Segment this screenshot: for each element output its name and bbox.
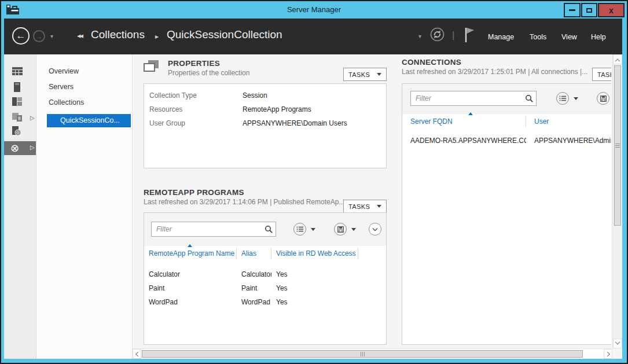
close-button[interactable]: x	[598, 3, 625, 17]
remoteapp-toolbar	[144, 213, 386, 246]
column-header-visible-rdweb[interactable]: Visible in RD Web Access	[271, 248, 358, 259]
dashboard-icon[interactable]	[12, 67, 23, 78]
back-button[interactable]: ←	[12, 27, 30, 45]
remoteapp-tasks-button[interactable]: TASKS	[343, 200, 387, 213]
refresh-button[interactable]	[430, 27, 445, 44]
table-row[interactable]: WordPad WordPad Yes	[144, 295, 386, 309]
connections-panel: CONNECTIONS Last refreshed on 3/29/2017 …	[402, 54, 611, 359]
tasks-caret-icon	[377, 205, 381, 208]
toolbar-separator: |	[452, 30, 454, 41]
history-chevrons-icon[interactable]: ◂◂	[77, 31, 82, 40]
property-row: User Group APPSANYWHERE\Domain Users	[149, 116, 386, 130]
sort-ascending-icon	[468, 112, 473, 115]
remoteapp-filter	[151, 222, 276, 237]
toolbar-dropdown-icon[interactable]: ▾	[418, 33, 421, 39]
local-server-icon[interactable]	[14, 82, 20, 94]
connections-filter	[410, 91, 537, 106]
search-icon	[525, 94, 534, 105]
scroll-left-button[interactable]	[133, 349, 141, 359]
scroll-down-button[interactable]	[613, 339, 622, 348]
filter-options-button[interactable]	[293, 223, 306, 236]
horizontal-scrollbar-thumb[interactable]	[142, 350, 583, 358]
maximize-button[interactable]	[581, 3, 597, 17]
titlebar: Server Manager x	[1, 1, 627, 19]
properties-tasks-button[interactable]: TASKS	[343, 68, 387, 81]
remoteapp-table-header: RemoteApp Program Name Alias Visible in …	[144, 246, 386, 261]
collection-detail-content: PROPERTIES Properties of the collection …	[133, 54, 622, 359]
property-value: APPSANYWHERE\Domain Users	[243, 119, 347, 127]
menu-view[interactable]: View	[561, 33, 577, 41]
back-arrow-icon: ←	[16, 30, 26, 42]
rds-sub-navigation: Overview Servers Collections QuickSessio…	[36, 54, 133, 359]
subnav-servers[interactable]: Servers	[49, 83, 74, 91]
table-row[interactable]: Paint Paint Yes	[144, 281, 386, 295]
menu-help[interactable]: Help	[591, 33, 606, 41]
remoteapp-table-rows: Calculator Calculator Yes Paint Paint Ye…	[144, 267, 386, 309]
property-label: Collection Type	[149, 91, 243, 100]
connections-box: Server FQDN User AADEMO-RA5.APPSANYWHERE…	[402, 83, 611, 345]
chevron-down-icon	[615, 339, 620, 344]
save-query-button[interactable]	[597, 92, 609, 105]
chevron-up-icon	[615, 58, 620, 63]
minimize-button[interactable]	[564, 3, 581, 17]
column-header-alias[interactable]: Alias	[237, 248, 271, 259]
remoteapp-filter-input[interactable]	[155, 223, 262, 236]
breadcrumb-current: QuickSessionCollection	[167, 28, 282, 41]
navigation-bar: ← → ▾ ◂◂ Collections ▸ QuickSessionColle…	[4, 19, 622, 54]
property-value: RemoteApp Programs	[243, 105, 311, 113]
property-row: Resources RemoteApp Programs	[149, 102, 386, 116]
menu-manage[interactable]: Manage	[488, 33, 514, 41]
breadcrumb-separator-icon: ▸	[155, 32, 159, 41]
connections-table-rows: AADEMO-RA5.APPSANYWHERE.COM APPSANYWHERE…	[402, 134, 611, 148]
server-services-icon[interactable]	[12, 126, 21, 138]
subnav-selected-label: QuickSessionCo...	[47, 114, 131, 127]
forward-arrow-icon: →	[36, 32, 43, 41]
close-icon: x	[609, 6, 614, 14]
properties-box: Collection Type Session Resources Remote…	[144, 83, 387, 168]
save-query-button[interactable]	[334, 223, 347, 236]
column-header-server-fqdn[interactable]: Server FQDN	[402, 116, 526, 127]
connections-tasks-button[interactable]: TASKS	[592, 68, 611, 81]
save-query-caret-icon[interactable]	[351, 228, 356, 231]
file-storage-expand-icon[interactable]: ▷	[30, 115, 35, 121]
maximize-icon	[586, 8, 592, 13]
property-label: Resources	[149, 105, 243, 113]
all-servers-icon[interactable]	[12, 97, 22, 109]
sort-ascending-icon	[188, 244, 192, 247]
chevron-left-icon	[135, 351, 140, 356]
filter-options-caret-icon[interactable]	[574, 97, 578, 100]
property-label: User Group	[149, 119, 243, 127]
subnav-overview[interactable]: Overview	[49, 67, 79, 75]
rds-expand-icon[interactable]: ▷	[30, 145, 35, 150]
connections-filter-input[interactable]	[414, 92, 522, 105]
breadcrumb-collections[interactable]: Collections	[91, 28, 145, 41]
column-header-user[interactable]: User	[526, 116, 611, 127]
horizontal-scrollbar[interactable]	[133, 348, 612, 359]
table-row[interactable]: AADEMO-RA5.APPSANYWHERE.COM APPSANYWHERE…	[402, 134, 611, 148]
remote-desktop-services-icon: ⊗	[10, 142, 19, 155]
vertical-scrollbar[interactable]	[612, 54, 622, 348]
remote-desktop-services-item[interactable]: ⊗ ▷	[4, 141, 36, 155]
table-row[interactable]: Calculator Calculator Yes	[144, 267, 386, 281]
property-row: Collection Type Session	[149, 89, 386, 102]
filter-options-button[interactable]	[556, 92, 569, 105]
collapse-panel-button[interactable]	[369, 223, 381, 236]
scroll-up-button[interactable]	[613, 54, 622, 64]
menu-tools[interactable]: Tools	[530, 33, 546, 41]
notifications-flag-icon[interactable]	[464, 26, 475, 46]
column-header-program-name[interactable]: RemoteApp Program Name	[144, 248, 237, 259]
history-dropdown-icon[interactable]: ▾	[50, 33, 53, 39]
properties-subtitle: Properties of the collection	[168, 69, 249, 77]
properties-panel-icon	[144, 60, 160, 74]
connections-title: CONNECTIONS	[402, 58, 461, 67]
subnav-quicksessioncollection-selected[interactable]: QuickSessionCo...	[47, 114, 131, 127]
subnav-collections[interactable]: Collections	[49, 98, 84, 106]
vertical-scrollbar-thumb[interactable]	[614, 65, 621, 226]
properties-title: PROPERTIES	[168, 59, 220, 68]
forward-button[interactable]: →	[33, 30, 45, 42]
file-storage-services-icon[interactable]	[12, 112, 23, 124]
remoteapp-subtitle: Last refreshed on 3/29/2017 1:14:06 PM |…	[144, 198, 344, 206]
filter-options-caret-icon[interactable]	[311, 228, 315, 231]
property-value: Session	[243, 91, 267, 100]
scroll-right-button[interactable]	[604, 349, 612, 359]
